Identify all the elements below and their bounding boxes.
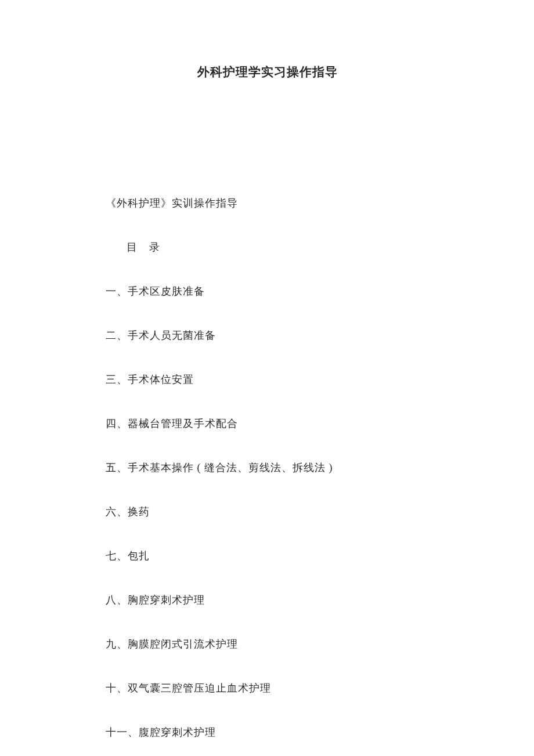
document-subtitle: 《外科护理》实训操作指导 (106, 196, 476, 210)
toc-heading: 目 录 (127, 240, 476, 254)
toc-item: 四、器械台管理及手术配合 (106, 417, 476, 431)
toc-item: 五、手术基本操作 ( 缝合法、剪线法、拆线法 ) (106, 461, 476, 475)
toc-item: 七、包扎 (106, 549, 476, 563)
toc-item: 三、手术体位安置 (106, 372, 476, 386)
toc-item: 十一、腹腔穿刺术护理 (106, 725, 476, 739)
toc-list: 一、手术区皮肤准备 二、手术人员无菌准备 三、手术体位安置 四、器械台管理及手术… (106, 284, 476, 756)
document-title: 外科护理学实习操作指导 (59, 64, 476, 80)
toc-item: 十、双气囊三腔管压迫止血术护理 (106, 681, 476, 695)
toc-item: 六、换药 (106, 505, 476, 519)
toc-item: 一、手术区皮肤准备 (106, 284, 476, 298)
toc-item: 九、胸膜腔闭式引流术护理 (106, 637, 476, 651)
toc-item: 八、胸腔穿刺术护理 (106, 593, 476, 607)
toc-item: 二、手术人员无菌准备 (106, 328, 476, 342)
document-page: 外科护理学实习操作指导 《外科护理》实训操作指导 目 录 一、手术区皮肤准备 二… (0, 0, 534, 756)
